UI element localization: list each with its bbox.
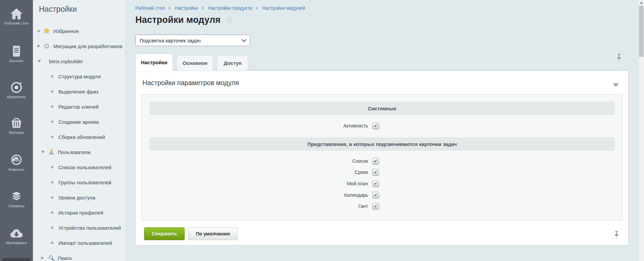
sidebar-item-label: Поиск (58, 255, 72, 261)
sidebar-item-user-groups[interactable]: Группы пользователей (33, 175, 126, 190)
save-button[interactable]: Сохранить (144, 227, 185, 240)
sidebar-item-label: История профилей (58, 210, 103, 215)
section-header: Системные (149, 102, 615, 115)
rail-item-label: Рабочий стол (0, 21, 33, 26)
left-rail: Рабочий столКонтентМаркетингМагазин24Кли… (0, 0, 33, 261)
rail-item-marketing[interactable]: Маркетинг (0, 81, 33, 99)
triangle-right-icon (41, 256, 44, 260)
gear-icon (44, 43, 50, 49)
field-label: Мой план (142, 181, 368, 186)
sidebar-item-users[interactable]: Пользователи (33, 144, 126, 159)
sidebar-item-access-levels[interactable]: Уровни доступа (33, 190, 126, 205)
checkbox-deadlines[interactable]: ✔ (372, 169, 379, 176)
checkmark-icon: ✔ (374, 170, 378, 174)
breadcrumb-link[interactable]: Рабочий стол (135, 5, 165, 11)
module-select[interactable]: Подсветка карточек задач (135, 35, 250, 46)
bullet-marker (51, 181, 53, 183)
sidebar-item-label: Редактор ключей (58, 104, 99, 109)
checkbox-my-plan[interactable]: ✔ (372, 180, 379, 187)
sidebar-item-label: Устройства пользователей (58, 225, 121, 230)
sidebar-item-user-devices[interactable]: Устройства пользователей (33, 220, 126, 235)
field-label: Календарь (142, 192, 368, 198)
bullet-marker (51, 75, 53, 77)
sidebar-item-label: Список пользователей (58, 164, 111, 170)
rail-item-content[interactable]: Контент (0, 45, 33, 63)
sidebar-item-profile-history[interactable]: История профилей (33, 205, 126, 220)
chevron-down-icon (242, 37, 246, 42)
rail-item-clients[interactable]: 24Клиенты (0, 154, 33, 172)
form-row-deadlines: Сроки✔ (142, 169, 379, 176)
user-icon (48, 149, 54, 155)
sidebar-item-updates-build[interactable]: Сборка обновлений (33, 129, 126, 144)
breadcrumb-link[interactable]: Настройки (175, 5, 198, 11)
bullet-marker (51, 136, 53, 138)
breadcrumb-separator-icon (202, 7, 204, 9)
field-label: Активность (142, 123, 368, 128)
home-icon (0, 7, 33, 20)
rail-item-label: Клиенты (0, 167, 33, 172)
default-button[interactable]: По умолчанию (188, 227, 238, 240)
rail-item-shop[interactable]: Магазин (0, 117, 33, 135)
sidebar-item-favorites[interactable]: Избранное (33, 23, 126, 38)
collapse-arrow-icon[interactable] (613, 83, 619, 87)
basket-icon (0, 117, 33, 129)
settings-menu-panel: Настройки ИзбранноеМиграции для разработ… (33, 0, 126, 261)
rail-item-label: Сервисы (0, 204, 33, 208)
pin-top-icon[interactable] (616, 54, 622, 65)
sidebar-item-bitrix-mpbuilder[interactable]: bitrix.mpbuilder (33, 53, 126, 69)
scrollbar-thumb[interactable] (639, 6, 644, 57)
checkbox-list[interactable]: ✔ (372, 158, 379, 164)
rail-item-label: Marketplace (0, 241, 33, 245)
sidebar-item-user-import[interactable]: Импорт пользователей (33, 235, 126, 250)
tab-settings[interactable]: Настройки (135, 53, 173, 71)
sidebar-item-label: bitrix.mpbuilder (49, 58, 83, 64)
sidebar-item-module-structure[interactable]: Структура модуля (33, 69, 126, 84)
field-label: Сроки (142, 170, 368, 175)
tab-access[interactable]: Доступ (217, 55, 248, 70)
rail-item-marketplace[interactable]: Marketplace (0, 227, 33, 245)
target-icon (0, 81, 33, 94)
bullet-marker (51, 105, 53, 108)
sidebar-item-phrase-highlight[interactable]: Выделение фраз (33, 84, 126, 99)
breadcrumb-link[interactable]: Настройки продукта (208, 5, 252, 11)
checkbox-activity[interactable]: ✔ (372, 122, 379, 129)
search-icon (48, 255, 54, 261)
checkmark-icon: ✔ (374, 181, 378, 186)
sidebar-item-label: Структура модуля (58, 73, 101, 79)
sidebar-item-key-editor[interactable]: Редактор ключей (33, 99, 126, 114)
sidebar-item-user-list[interactable]: Список пользователей (33, 159, 126, 175)
tab-main[interactable]: Основное (177, 55, 213, 70)
page-title-row: Настройки модуля ☆ (135, 15, 234, 25)
layers-icon (0, 190, 33, 203)
sidebar-item-label: Создание архива (58, 119, 99, 124)
sidebar-item-label: Миграции для разработчиков (53, 43, 122, 49)
star-icon (44, 28, 50, 34)
rail-bottom-toggle[interactable] (2, 258, 31, 261)
sidebar-item-migrations[interactable]: Миграции для разработчиков (33, 38, 126, 53)
form-row-activity: Активность✔ (142, 122, 379, 129)
section-header: Представления, в которых подсвечиваются … (149, 137, 615, 151)
sidebar-item-label: Группы пользователей (58, 179, 111, 185)
checkbox-gantt[interactable]: ✔ (372, 203, 379, 210)
tabs: НастройкиОсновноеДоступ (135, 53, 248, 70)
sidebar-item-label: Импорт пользователей (58, 240, 112, 246)
field-label: Список (142, 158, 368, 164)
scrollbar[interactable] (638, 0, 644, 261)
checkbox-calendar[interactable]: ✔ (372, 192, 379, 198)
sidebar-item-archive-creation[interactable]: Создание архива (33, 114, 126, 129)
menu-list: ИзбранноеМиграции для разработчиковbitri… (33, 23, 126, 261)
triangle-down-icon (41, 151, 45, 153)
cloud-download-icon (0, 227, 33, 240)
checkmark-icon: ✔ (374, 123, 378, 128)
scrollbar-up-arrow[interactable] (639, 0, 644, 5)
form-row-list: Список✔ (142, 157, 379, 165)
bullet-marker (51, 226, 53, 229)
favorite-star-icon[interactable]: ☆ (226, 15, 234, 25)
triangle-down-icon (38, 60, 41, 62)
footer-buttons: Сохранить По умолчанию (144, 227, 238, 240)
breadcrumb-link[interactable]: Настройки модулей (262, 5, 305, 11)
rail-item-services[interactable]: Сервисы (0, 190, 33, 208)
pin-bottom-icon[interactable] (614, 231, 619, 242)
sidebar-item-search[interactable]: Поиск (33, 250, 126, 261)
rail-item-desktop[interactable]: Рабочий стол (0, 7, 33, 26)
